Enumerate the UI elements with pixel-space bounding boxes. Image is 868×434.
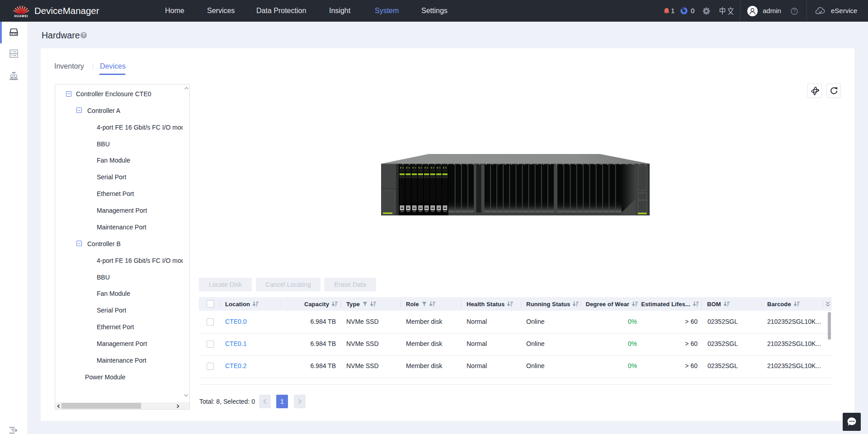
svg-text:?: ? <box>793 9 796 14</box>
